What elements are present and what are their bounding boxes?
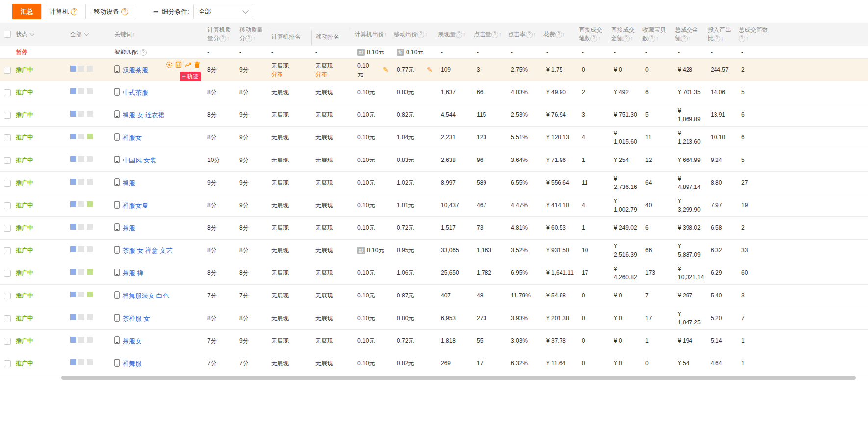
sort-asc-icon[interactable]: ↑ (132, 31, 135, 37)
help-icon[interactable]: ? (681, 35, 688, 42)
sort-asc-icon[interactable]: ↑ (688, 35, 691, 41)
row-checkbox[interactable] (4, 360, 11, 367)
row-checkbox[interactable] (4, 112, 11, 119)
help-icon[interactable]: ? (623, 35, 630, 42)
mobile-quality-score-cell: 9分 (235, 127, 267, 149)
keyword-link[interactable]: 中国风 女装 (123, 157, 156, 164)
pc-bid-cell-content: 0.10元 (357, 337, 389, 345)
sort-asc-icon[interactable]: ↑ (533, 31, 536, 37)
help-icon[interactable]: ? (417, 31, 424, 38)
help-icon[interactable]: ? (245, 35, 252, 42)
horizontal-scrollbar[interactable] (61, 376, 856, 380)
total-amount-cell: ¥ 428 (671, 59, 704, 81)
edit-bid-icon[interactable]: ✎ (427, 66, 433, 74)
sort-asc-icon[interactable]: ↑ (384, 31, 387, 37)
keyword-link[interactable]: 禅服女 (123, 134, 142, 141)
row-checkbox[interactable] (4, 180, 11, 187)
sort-desc-icon[interactable]: ↓ (721, 35, 724, 41)
row-checkbox[interactable] (4, 247, 11, 254)
row-checkbox[interactable] (4, 315, 11, 322)
keyword-link[interactable]: 禅服 女 连衣裙 (123, 111, 164, 119)
row-checkbox[interactable] (4, 67, 11, 74)
keyword-wrap: 中式茶服 (114, 88, 174, 97)
column-label[interactable]: 计算机出价 (355, 31, 384, 38)
track-badge[interactable]: ☰轨迹 (180, 72, 201, 81)
help-icon[interactable]: ? (456, 31, 462, 38)
keyword-link[interactable]: 禅舞服 (123, 360, 142, 367)
pc-rank-cell: 无展现分布 (267, 59, 311, 81)
sort-asc-icon[interactable]: ↑ (227, 35, 230, 41)
keyword-link[interactable]: 汉服茶服 (123, 66, 148, 74)
help-icon[interactable]: ? (526, 31, 533, 38)
help-icon[interactable]: ? (121, 8, 128, 15)
rank-distribution-link[interactable]: 分布 (315, 70, 350, 79)
total-amount-cell-value: ¥ 1,047.25 (678, 311, 701, 326)
column-label[interactable]: 移动出价 (394, 31, 417, 38)
sort-asc-icon[interactable]: ↑ (499, 31, 502, 37)
sort-asc-icon[interactable]: ↑ (598, 35, 601, 41)
tab-mobile-device[interactable]: 移动设备 ? (85, 4, 136, 19)
column-label[interactable]: 状态 (16, 31, 27, 38)
row-checkbox[interactable] (4, 338, 11, 345)
help-icon[interactable]: ? (140, 49, 147, 56)
help-icon[interactable]: ? (555, 31, 562, 38)
column-label[interactable]: 总成交笔数 (739, 27, 768, 33)
keyword-link[interactable]: 茶服 (123, 224, 135, 232)
keyword-link[interactable]: 中式茶服 (123, 89, 148, 96)
rank-subheader[interactable]: 移动排名 (311, 30, 351, 46)
status-badge: 推广中 (16, 224, 33, 231)
tab-computer[interactable]: 计算机 ? (41, 4, 86, 19)
sort-asc-icon[interactable]: ↑ (656, 35, 659, 41)
rank-subheader[interactable]: 计算机排名 (267, 30, 311, 46)
column-label[interactable]: 点击量 (474, 31, 491, 38)
direct-amount-cell: ¥ 2,736.16 (607, 172, 638, 194)
keyword-link[interactable]: 茶服 女 禅意 文艺 (123, 247, 173, 254)
sort-asc-icon[interactable]: ↑ (746, 35, 749, 41)
row-checkbox[interactable] (4, 89, 11, 96)
target-insight-icon[interactable] (166, 61, 173, 68)
keyword-link[interactable]: 茶服 禅 (123, 269, 144, 277)
row-checkbox[interactable] (4, 270, 11, 277)
delete-icon[interactable] (194, 61, 201, 68)
help-icon[interactable]: ? (714, 35, 720, 42)
sort-asc-icon[interactable]: ↑ (253, 35, 255, 41)
row-checkbox[interactable] (4, 202, 11, 209)
impressions-cell-value: - (441, 49, 443, 55)
chevron-down-icon[interactable] (84, 31, 89, 36)
select-all-checkbox[interactable] (4, 31, 11, 38)
row-checkbox[interactable] (4, 157, 11, 164)
keyword-link[interactable]: 茶禅服 女 (123, 315, 150, 322)
keyword-link[interactable]: 禅服 (123, 179, 135, 187)
pc-bid-cell: 0.10元 (351, 149, 390, 172)
row-checkbox[interactable] (4, 134, 11, 141)
chevron-down-icon[interactable] (30, 31, 35, 36)
keyword-link[interactable]: 禅舞服装女 白色 (123, 292, 169, 299)
column-label[interactable]: 展现量 (438, 31, 456, 38)
keyword-link[interactable]: 禅服女夏 (123, 202, 148, 209)
help-icon[interactable]: ? (491, 31, 498, 38)
mobile-quality-score-cell: 8分 (235, 262, 267, 285)
clicks-cell-value: 115 (477, 111, 486, 118)
rank-distribution-link[interactable]: 分布 (271, 70, 310, 79)
trend-chart-icon[interactable] (184, 61, 191, 68)
segment-filter-select[interactable]: 全部 (193, 4, 253, 19)
column-label[interactable]: 花费 (543, 31, 555, 38)
help-icon[interactable]: ? (71, 8, 77, 15)
tab-summary[interactable]: 汇总 (12, 4, 42, 19)
help-icon[interactable]: ? (590, 35, 597, 42)
help-icon[interactable]: ? (219, 35, 226, 42)
row-checkbox[interactable] (4, 293, 11, 299)
row-checkbox[interactable] (4, 225, 11, 232)
help-icon[interactable]: ? (648, 35, 655, 42)
sort-asc-icon[interactable]: ↑ (562, 31, 565, 37)
column-label[interactable]: 点击率 (508, 31, 526, 38)
column-label[interactable]: 关键词 (114, 31, 132, 38)
help-icon[interactable]: ? (739, 35, 745, 42)
column-label[interactable]: 全部 (70, 31, 82, 38)
edit-bid-icon[interactable]: ✎ (383, 66, 389, 74)
keyword-link[interactable]: 茶服女 (123, 337, 142, 345)
sort-asc-icon[interactable]: ↑ (630, 35, 633, 41)
sort-asc-icon[interactable]: ↑ (425, 31, 428, 37)
sort-asc-icon[interactable]: ↑ (463, 31, 466, 37)
report-icon[interactable] (175, 61, 182, 68)
